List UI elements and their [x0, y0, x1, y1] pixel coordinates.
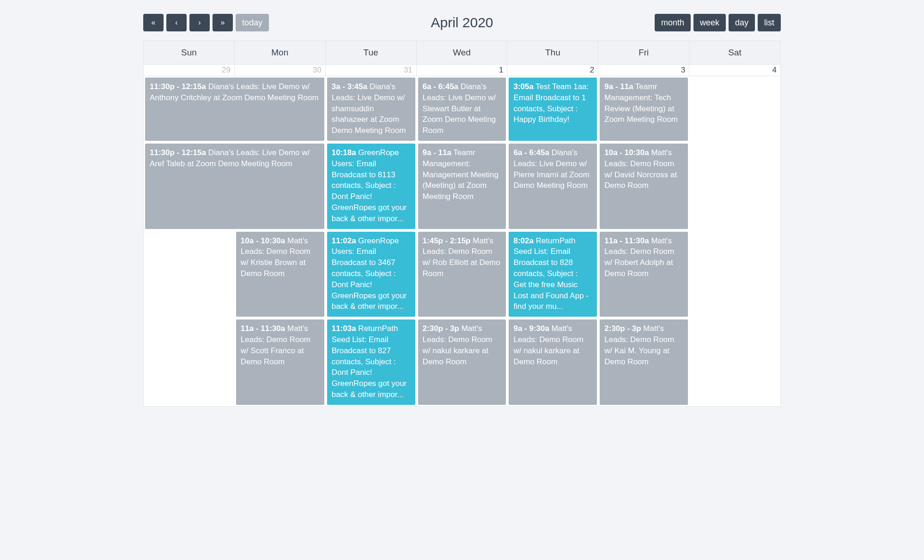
event-time: 1:45p - 2:15p — [423, 236, 471, 245]
next-month-button[interactable] — [189, 14, 210, 31]
chevron-right-icon — [198, 18, 201, 27]
event-text: GreenRope Users: Email Broadcast to 8113… — [332, 148, 407, 223]
event-time: 11:03a — [332, 324, 356, 333]
empty-cell — [691, 144, 779, 229]
prev-year-button[interactable] — [143, 14, 164, 31]
day-header-thu: Thu — [507, 41, 598, 64]
event-time: 11:30p - 12:15a — [150, 82, 206, 91]
view-list-button[interactable]: list — [758, 14, 781, 31]
empty-cell — [691, 319, 779, 405]
calendar-event[interactable]: 9a - 11a Teamr Management: Management Me… — [418, 144, 506, 229]
calendar: today April 2020 month week day list Sun… — [143, 14, 781, 407]
calendar-event[interactable]: 3:05a Test Team 1aa: Email Broadcast to … — [509, 78, 597, 141]
calendar-event[interactable]: 6a - 6:45a Diana's Leads: Live Demo w/ P… — [509, 144, 597, 229]
calendar-event[interactable]: 8:02a ReturnPath Seed List: Email Broadc… — [509, 232, 597, 317]
events-row: 10a - 10:30a Matt's Leads: Demo Room w/ … — [144, 230, 780, 319]
calendar-event[interactable]: 10a - 10:30a Matt's Leads: Demo Room w/ … — [600, 144, 688, 229]
empty-cell — [691, 232, 779, 317]
event-time: 2:30p - 3p — [423, 324, 459, 333]
event-text: ReturnPath Seed List: Email Broadcast to… — [513, 236, 589, 311]
calendar-event[interactable]: 2:30p - 3p Matt's Leads: Demo Room w/ na… — [418, 319, 506, 405]
event-time: 6a - 6:45a — [513, 148, 549, 157]
date-number[interactable]: 3 — [598, 65, 689, 76]
event-time: 3:05a — [513, 82, 533, 91]
day-headers: Sun Mon Tue Wed Thu Fri Sat — [144, 41, 780, 65]
calendar-event[interactable]: 11a - 11:30a Matt's Leads: Demo Room w/ … — [600, 232, 688, 317]
calendar-grid: Sun Mon Tue Wed Thu Fri Sat 29 30 31 1 2… — [143, 41, 781, 407]
event-time: 9a - 9:30a — [513, 324, 549, 333]
calendar-event[interactable]: 9a - 9:30a Matt's Leads: Demo Room w/ na… — [509, 319, 597, 405]
date-number[interactable]: 29 — [144, 65, 235, 76]
date-number[interactable]: 4 — [689, 65, 780, 76]
event-time: 10:18a — [332, 148, 356, 157]
event-time: 3a - 3:45a — [332, 82, 368, 91]
event-text: ReturnPath Seed List: Email Broadcast to… — [332, 324, 407, 399]
events-row: 11:30p - 12:15a Diana's Leads: Live Demo… — [144, 76, 780, 142]
event-time: 2:30p - 3p — [604, 324, 641, 333]
today-button[interactable]: today — [236, 14, 269, 31]
calendar-event[interactable]: 11a - 11:30a Matt's Leads: Demo Room w/ … — [236, 319, 324, 405]
toolbar: today April 2020 month week day list — [143, 14, 781, 31]
event-time: 11a - 11:30a — [604, 236, 649, 245]
calendar-event[interactable]: 9a - 11a Teamr Management: Tech Review (… — [600, 78, 688, 141]
event-time: 10a - 10:30a — [604, 148, 649, 157]
calendar-event[interactable]: 3a - 3:45a Diana's Leads: Live Demo w/ s… — [327, 78, 415, 141]
view-week-button[interactable]: week — [693, 14, 726, 31]
view-day-button[interactable]: day — [729, 14, 755, 31]
calendar-event[interactable]: 11:02a GreenRope Users: Email Broadcast … — [327, 232, 415, 317]
events-row: 11:30p - 12:15a Diana's Leads: Live Demo… — [144, 142, 780, 230]
event-time: 11a - 11:30a — [241, 324, 285, 333]
calendar-event[interactable]: 11:30p - 12:15a Diana's Leads: Live Demo… — [145, 144, 324, 229]
calendar-event[interactable]: 11:03a ReturnPath Seed List: Email Broad… — [327, 319, 415, 405]
calendar-event[interactable]: 2:30p - 3p Matt's Leads: Demo Room w/ Ka… — [600, 319, 688, 405]
date-number[interactable]: 31 — [326, 65, 417, 76]
calendar-event[interactable]: 6a - 6:45a Diana's Leads: Live Demo w/ S… — [418, 78, 506, 141]
chevron-left-icon — [175, 18, 177, 27]
next-year-button[interactable] — [213, 14, 233, 31]
view-group: month week day list — [655, 14, 781, 31]
events-row: 11a - 11:30a Matt's Leads: Demo Room w/ … — [144, 318, 780, 406]
calendar-title: April 2020 — [431, 15, 493, 30]
day-header-sun: Sun — [144, 41, 235, 64]
event-time: 10a - 10:30a — [241, 236, 285, 245]
empty-cell — [691, 78, 779, 141]
day-header-wed: Wed — [417, 41, 508, 64]
date-number[interactable]: 1 — [417, 65, 508, 76]
date-number[interactable]: 2 — [507, 65, 598, 76]
calendar-event[interactable]: 11:30p - 12:15a Diana's Leads: Live Demo… — [145, 78, 324, 141]
view-month-button[interactable]: month — [655, 14, 691, 31]
event-text: GreenRope Users: Email Broadcast to 3467… — [332, 236, 407, 311]
calendar-event[interactable]: 10a - 10:30a Matt's Leads: Demo Room w/ … — [236, 232, 324, 317]
event-time: 11:30p - 12:15a — [150, 148, 206, 157]
empty-cell — [145, 319, 233, 405]
event-time: 11:02a — [332, 236, 356, 245]
event-time: 8:02a — [513, 236, 533, 245]
day-header-tue: Tue — [326, 41, 417, 64]
day-header-mon: Mon — [235, 41, 326, 64]
calendar-event[interactable]: 1:45p - 2:15p Matt's Leads: Demo Room w/… — [418, 232, 506, 317]
date-number[interactable]: 30 — [235, 65, 326, 76]
empty-cell — [145, 232, 233, 317]
calendar-event[interactable]: 10:18a GreenRope Users: Email Broadcast … — [327, 144, 415, 229]
nav-group — [143, 14, 233, 31]
chevron-double-left-icon — [152, 18, 156, 27]
day-header-fri: Fri — [598, 41, 689, 64]
event-time: 9a - 11a — [604, 82, 633, 91]
date-number-row: 29 30 31 1 2 3 4 — [144, 65, 780, 76]
prev-month-button[interactable] — [166, 14, 187, 31]
event-time: 6a - 6:45a — [423, 82, 459, 91]
day-header-sat: Sat — [689, 41, 780, 64]
event-time: 9a - 11a — [423, 148, 451, 157]
chevron-double-right-icon — [221, 18, 225, 27]
